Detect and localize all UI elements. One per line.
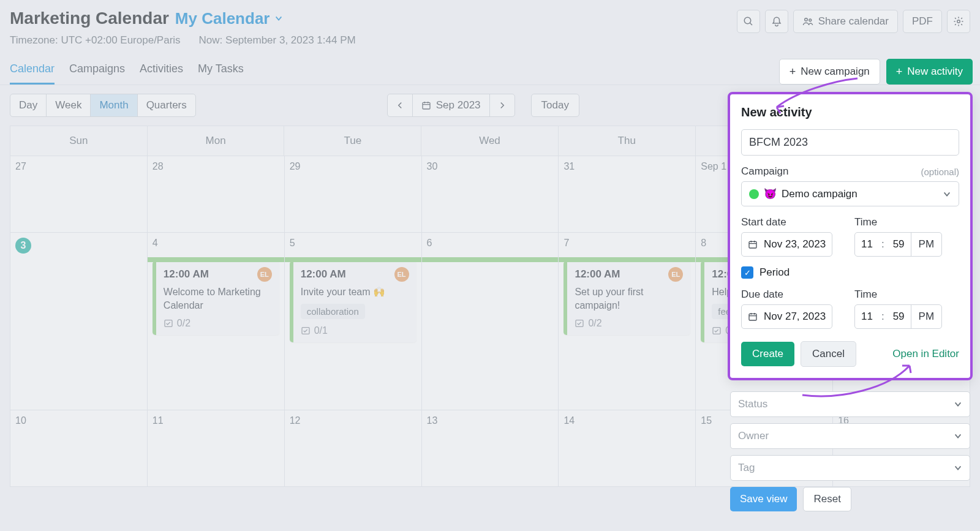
campaign-bar[interactable]	[422, 257, 559, 262]
new-campaign-button[interactable]: + New campaign	[779, 59, 880, 85]
event-card[interactable]: 12:00 AM EL Set up your first campaign! …	[564, 261, 690, 335]
event-time: 12:00 AM	[575, 268, 620, 281]
day-header: Sun	[10, 126, 148, 156]
pdf-button[interactable]: PDF	[903, 10, 942, 33]
date-number: 30	[427, 161, 438, 171]
campaign-bar[interactable]	[148, 257, 284, 262]
status-label: Status	[738, 398, 767, 410]
view-week[interactable]: Week	[47, 94, 91, 116]
calendar-cell[interactable]: 31	[559, 156, 696, 233]
chevron-down-icon	[943, 190, 951, 198]
avatar: EL	[668, 267, 683, 282]
time-label: Time	[854, 288, 959, 301]
campaign-label: Campaign	[741, 165, 789, 178]
calendar-cell[interactable]: 14	[559, 410, 696, 487]
subtask-count: 0/1	[301, 325, 409, 336]
save-view-button[interactable]: Save view	[730, 487, 797, 511]
calendar-cell[interactable]: 4 12:00 AM EL Welcome to Marketing Calen…	[148, 233, 285, 410]
calendar-cell[interactable]: 7 12:00 AM EL Set up your first campaign…	[559, 233, 696, 410]
event-time: 12:00 AM	[164, 268, 209, 281]
date-number: 14	[564, 415, 575, 426]
view-month[interactable]: Month	[91, 94, 137, 116]
start-date-label: Start date	[741, 216, 846, 228]
due-date-label: Due date	[741, 288, 846, 301]
view-quarters[interactable]: Quarters	[138, 94, 195, 116]
calendar-cell[interactable]: 11	[148, 410, 285, 487]
campaign-bar[interactable]	[285, 257, 421, 262]
tab-my-tasks[interactable]: My Tasks	[198, 62, 244, 85]
timezone-text: Timezone: UTC +02:00 Europe/Paris	[10, 34, 181, 47]
period-label: Period	[760, 266, 790, 279]
date-number: 29	[290, 161, 301, 171]
day-header: Wed	[421, 126, 559, 156]
period-display[interactable]: Sep 2023	[413, 94, 490, 116]
calendar-cell[interactable]: 10	[10, 410, 148, 487]
prev-period-button[interactable]	[388, 94, 413, 116]
calendar-cell[interactable]: 29	[285, 156, 422, 233]
campaign-bar[interactable]	[559, 257, 695, 262]
calendar-cell[interactable]: 5 12:00 AM EL Invite your team 🙌 collabo…	[285, 233, 422, 410]
open-in-editor-link[interactable]: Open in Editor	[892, 348, 959, 360]
period-checkbox[interactable]: ✓	[741, 266, 753, 279]
next-period-button[interactable]	[490, 94, 514, 116]
date-number: 13	[427, 415, 438, 426]
calendar-icon	[748, 312, 758, 322]
reset-button[interactable]: Reset	[803, 487, 851, 511]
today-button[interactable]: Today	[531, 94, 579, 117]
share-calendar-button[interactable]: Share calendar	[793, 10, 898, 33]
event-card[interactable]: 12:00 AM EL Invite your team 🙌 collabora…	[290, 261, 417, 342]
settings-button[interactable]	[947, 10, 970, 33]
new-activity-panel: New activity Campaign (optional) 😈 Demo …	[728, 92, 973, 380]
new-activity-label: New activity	[907, 66, 963, 78]
status-filter[interactable]: Status	[730, 391, 970, 417]
due-hour[interactable]: 11	[855, 305, 879, 328]
due-min[interactable]: 59	[887, 305, 911, 328]
campaign-select[interactable]: 😈 Demo campaign	[741, 181, 959, 206]
time-label: Time	[854, 216, 959, 228]
event-tag: collaboration	[301, 304, 365, 319]
tab-campaigns[interactable]: Campaigns	[69, 62, 125, 85]
date-number: 10	[15, 415, 26, 426]
checklist-icon	[301, 326, 311, 336]
start-ampm[interactable]: PM	[911, 233, 942, 256]
page-title: Marketing Calendar	[10, 9, 169, 28]
calendar-cell[interactable]: 6	[422, 233, 559, 410]
new-activity-button[interactable]: + New activity	[886, 59, 973, 85]
owner-filter[interactable]: Owner	[730, 423, 970, 449]
due-date-input[interactable]: Nov 27, 2023	[741, 304, 832, 329]
calendar-icon	[421, 100, 431, 110]
tab-calendar[interactable]: Calendar	[10, 62, 55, 85]
date-number: 31	[564, 161, 575, 171]
start-min[interactable]: 59	[887, 233, 911, 256]
due-time-input[interactable]: 11 : 59 PM	[854, 304, 942, 329]
chevron-down-icon	[954, 432, 962, 440]
start-hour[interactable]: 11	[855, 233, 879, 256]
search-icon	[743, 16, 754, 27]
create-button[interactable]: Create	[741, 342, 794, 366]
view-day[interactable]: Day	[10, 94, 47, 116]
calendar-cell[interactable]: 30	[422, 156, 559, 233]
campaign-value: Demo campaign	[782, 188, 858, 200]
chevron-right-icon	[499, 101, 506, 110]
calendar-cell[interactable]: 27	[10, 156, 148, 233]
activity-name-input[interactable]	[741, 129, 959, 156]
tag-filter[interactable]: Tag	[730, 455, 970, 481]
calendar-cell[interactable]: 28	[148, 156, 285, 233]
avatar: EL	[394, 267, 409, 282]
search-button[interactable]	[737, 10, 760, 33]
avatar: EL	[257, 267, 272, 282]
start-date-input[interactable]: Nov 23, 2023	[741, 232, 832, 257]
calendar-selector[interactable]: My Calendar	[175, 9, 284, 28]
cancel-button[interactable]: Cancel	[801, 341, 856, 367]
checklist-icon	[712, 326, 722, 336]
calendar-cell[interactable]: 3	[10, 233, 148, 410]
tab-activities[interactable]: Activities	[140, 62, 183, 85]
notifications-button[interactable]	[765, 10, 788, 33]
start-time-input[interactable]: 11 : 59 PM	[854, 232, 942, 257]
date-number: 28	[153, 161, 164, 171]
date-number: 4	[153, 238, 158, 248]
calendar-cell[interactable]: 12	[285, 410, 422, 487]
calendar-cell[interactable]: 13	[422, 410, 559, 487]
due-ampm[interactable]: PM	[911, 305, 942, 328]
event-card[interactable]: 12:00 AM EL Welcome to Marketing Calenda…	[153, 261, 279, 335]
